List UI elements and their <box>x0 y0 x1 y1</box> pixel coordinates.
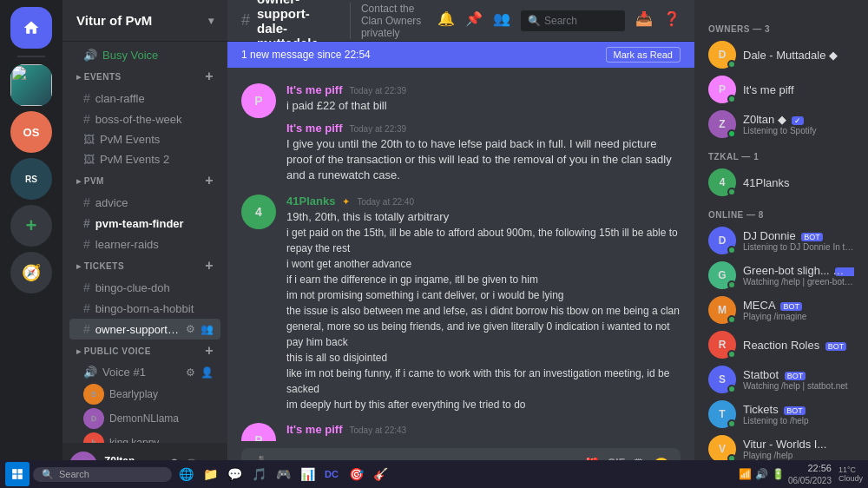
taskbar-icon-spotify[interactable]: 🎸 <box>370 464 391 485</box>
add-channel-icon-3[interactable]: + <box>205 258 214 274</box>
svg-rect-1 <box>18 469 23 473</box>
taskbar-icon-2[interactable]: 📁 <box>200 464 220 485</box>
member-dj-donnie[interactable]: D DJ Donnie BOT Listening to DJ Donnie I… <box>701 223 861 258</box>
mark-as-read-button[interactable]: Mark as Read <box>606 47 681 63</box>
svg-rect-2 <box>12 475 16 479</box>
member-statbot[interactable]: S Statbot BOT Watching /help | statbot.n… <box>701 362 861 397</box>
king-avatar: k <box>83 432 104 443</box>
add-channel-icon[interactable]: + <box>205 69 214 84</box>
pvm-category[interactable]: ▸ PvM + <box>62 169 227 192</box>
meca-name: MECA BOT <box>743 299 854 312</box>
tickets-info: Tickets BOT Listening to /help <box>743 403 854 425</box>
help-icon[interactable]: ❓ <box>663 10 681 31</box>
hash-icon: # <box>83 237 90 251</box>
owners-category-label: OWNERS — 3 <box>701 21 861 37</box>
channel-name-label: bingo-born-a-hobbit <box>95 302 214 315</box>
message-author[interactable]: It's me piff <box>286 122 343 135</box>
pin-icon[interactable]: 📌 <box>465 10 483 31</box>
tickets-category[interactable]: ▸ Tickets + <box>62 254 227 277</box>
people-icon[interactable]: 👥 <box>201 323 214 335</box>
add-channel-icon-4[interactable]: + <box>205 343 214 359</box>
message-author[interactable]: It's me piff <box>286 83 343 96</box>
clan-raffle-channel[interactable]: # clan-raffle <box>69 88 220 109</box>
clock-date: 06/05/2023 <box>788 475 832 486</box>
message-avatar: P <box>241 83 276 118</box>
learner-raids-channel[interactable]: # learner-raids <box>69 234 220 254</box>
member-reaction-roles[interactable]: R Reaction Roles BOT <box>701 327 861 362</box>
pvm-team-finder-channel[interactable]: # pvm-team-finder <box>69 213 220 234</box>
statbot-status-dot <box>727 385 736 393</box>
channel-sidebar: Vitur of PvM ▾ 🔊 Busy Voice ▸ Events + #… <box>62 0 227 488</box>
message-author[interactable]: 41Planks <box>286 195 335 208</box>
member-meca[interactable]: M MECA BOT Playing /imagine <box>701 293 861 327</box>
vitur-server-icon[interactable] <box>10 64 52 106</box>
server-icon-3[interactable]: RS <box>10 158 52 200</box>
channel-name-label: PvM Events 2 <box>100 153 214 166</box>
speaker-icon: 🔊 <box>83 49 97 62</box>
pvm-events-2-channel[interactable]: 🖼 PvM Events 2 <box>69 149 220 169</box>
start-button[interactable] <box>5 462 30 486</box>
tickets-status-dot <box>727 419 736 428</box>
taskbar-icon-3[interactable]: 💬 <box>224 464 245 485</box>
weather-desc: Cloudy <box>838 474 863 483</box>
inbox-icon[interactable]: 📥 <box>635 10 653 31</box>
statbot-avatar: S <box>708 366 736 393</box>
taskbar-icon-6[interactable]: 📊 <box>297 464 318 485</box>
hash-icon: # <box>83 112 90 126</box>
server-avatar <box>10 64 52 106</box>
taskbar: 🔍 Search 🌐 📁 💬 🎵 🎮 📊 DC 🎯 🎸 📶 🔊 🔋 22:56 … <box>0 460 868 488</box>
taskbar-icon-4[interactable]: 🎵 <box>248 464 269 485</box>
rr-status-dot <box>727 350 736 359</box>
add-channel-icon-2[interactable]: + <box>205 173 214 188</box>
busy-voice-item[interactable]: 🔊 Busy Voice <box>69 45 220 65</box>
member-tickets[interactable]: T Tickets BOT Listening to /help <box>701 397 861 432</box>
speaker-icon-2: 🔊 <box>83 366 97 379</box>
header-search-box[interactable]: 🔍 Search <box>521 10 625 31</box>
member-green-bot[interactable]: G Green-bot sligh... BOT Watching /help … <box>701 258 861 293</box>
greenbot-status: Watching /help | green-bot.app <box>743 277 854 287</box>
battery-icon: 🔋 <box>772 468 785 480</box>
message-author[interactable]: It's me piff <box>286 423 343 436</box>
member-41planks[interactable]: 4 41Planks <box>701 165 861 200</box>
home-server-icon[interactable] <box>10 7 52 49</box>
meca-status: Playing /imagine <box>743 312 854 321</box>
vitur-info: Vitur - Worlds I... Playing /help <box>743 438 854 460</box>
events-category[interactable]: ▸ Events + <box>62 65 227 88</box>
demon-avatar: D <box>83 408 104 429</box>
taskbar-icon-1[interactable]: 🌐 <box>175 464 196 485</box>
settings-icon[interactable]: ⚙ <box>186 323 195 335</box>
voice-user-king: k king kappy <box>62 431 227 443</box>
message-subline: i wont get another advance <box>286 256 681 272</box>
member-dale[interactable]: D Dale - Muttadale ◆ <box>701 37 861 72</box>
voice1-channel[interactable]: 🔊 Voice #1 ⚙ 👤 <box>69 362 220 382</box>
person-icon[interactable]: 👤 <box>201 366 214 379</box>
taskbar-icon-steam[interactable]: 🎯 <box>345 464 366 485</box>
member-piff[interactable]: P It's me piff <box>701 72 861 107</box>
events-label: ▸ Events <box>76 72 122 82</box>
boss-of-week-channel[interactable]: # boss-of-the-week <box>69 109 220 129</box>
tray-icons: 📶 🔊 🔋 <box>739 468 785 480</box>
pvm-events-channel[interactable]: 🖼 PvM Events <box>69 129 220 149</box>
message-row: P It's me piff Today at 22:39 i paid £22… <box>227 82 694 120</box>
rr-avatar: R <box>708 331 736 359</box>
bingo-born-channel[interactable]: # bingo-born-a-hobbit <box>69 298 220 319</box>
taskbar-icon-5[interactable]: 🎮 <box>273 464 293 485</box>
header-action-icons: 🔔 📌 👥 🔍 Search 📥 ❓ <box>437 10 681 31</box>
explore-icon[interactable]: 🧭 <box>10 252 52 293</box>
advice-channel[interactable]: # advice <box>69 192 220 213</box>
server-name-header[interactable]: Vitur of PvM ▾ <box>62 0 227 42</box>
member-zoltan[interactable]: Z Z0ltan ◆ ✓ Listening to Spotify <box>701 107 861 142</box>
planks-avatar: 4 <box>708 168 736 196</box>
add-server-icon[interactable]: + <box>10 205 52 247</box>
taskbar-icon-discord[interactable]: DC <box>321 464 342 485</box>
bingo-clue-channel[interactable]: # bingo-clue-doh <box>69 277 220 298</box>
server-icon-2[interactable]: OS <box>10 111 52 153</box>
members-icon[interactable]: 👥 <box>493 10 510 31</box>
dale-info: Dale - Muttadale ◆ <box>743 49 854 62</box>
taskbar-search[interactable]: 🔍 Search <box>33 467 172 482</box>
system-tray: 📶 🔊 🔋 <box>739 468 785 480</box>
owner-support-channel[interactable]: # owner-support-da... ⚙ 👥 <box>69 319 220 340</box>
public-voice-category[interactable]: ▸ Public Voice + <box>62 340 227 362</box>
notifications-icon[interactable]: 🔔 <box>437 10 455 31</box>
settings-icon-v[interactable]: ⚙ <box>186 366 195 379</box>
